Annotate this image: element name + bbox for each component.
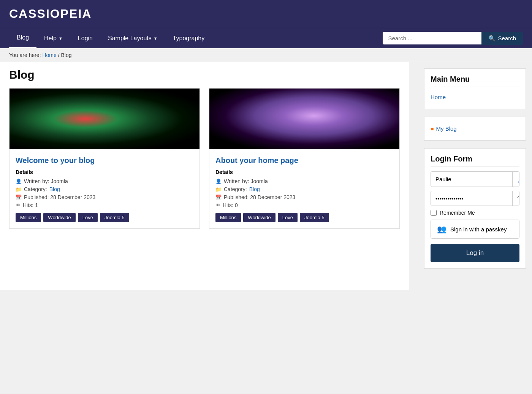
remember-me-label: Remember Me (440, 210, 475, 216)
user-field-icon: 👤 (512, 172, 519, 187)
eye-icon-2: 👁 (215, 203, 220, 208)
blog-card-body-1: Welcome to your blog Details 👤 Written b… (10, 149, 200, 228)
calendar-icon-1: 📅 (16, 195, 22, 200)
login-button[interactable]: Log in (431, 244, 519, 262)
login-form-box: Login Form 👤 👁 Remember Me 👥 Sign in wit… (424, 148, 526, 269)
meta-published-1: 📅 Published: 28 December 2023 (16, 194, 193, 200)
user-icon-2: 👤 (215, 179, 222, 184)
main-nav: Blog Help ▼ Login Sample Layouts ▼ Typog… (0, 28, 532, 48)
my-blog-box: ■ My Blog (424, 117, 526, 141)
nav-right: 🔍 Search (383, 32, 523, 45)
blog-post-title-2[interactable]: About your home page (215, 155, 393, 165)
chevron-down-icon: ▼ (59, 36, 63, 41)
meta-category-1: 📁 Category: Blog (16, 186, 193, 192)
blog-card-image-1 (10, 89, 200, 149)
tag-millions-1[interactable]: Millions (16, 213, 41, 222)
blog-card-1: Welcome to your blog Details 👤 Written b… (9, 88, 200, 229)
passkey-button[interactable]: 👥 Sign in with a passkey (431, 220, 519, 239)
meta-category-2: 📁 Category: Blog (215, 186, 393, 192)
my-blog-link[interactable]: ■ My Blog (431, 123, 519, 134)
login-form-title: Login Form (431, 155, 519, 167)
calendar-icon-2: 📅 (215, 195, 222, 200)
page-layout: Blog Welcome to your blog Details 👤 Writ… (0, 62, 532, 290)
nav-left: Blog Help ▼ Login Sample Layouts ▼ Typog… (9, 28, 212, 48)
blog-title: Blog (9, 68, 400, 81)
meta-published-2: 📅 Published: 28 December 2023 (215, 194, 393, 200)
main-menu-title: Main Menu (431, 75, 519, 87)
tag-worldwide-1[interactable]: Worldwide (43, 213, 75, 222)
username-input[interactable] (431, 172, 512, 186)
tag-worldwide-2[interactable]: Worldwide (243, 213, 275, 222)
breadcrumb: You are here: Home / Blog (0, 48, 532, 62)
blog-card-body-2: About your home page Details 👤 Written b… (209, 149, 399, 228)
search-input[interactable] (383, 32, 481, 44)
tag-millions-2[interactable]: Millions (215, 213, 241, 222)
tag-love-1[interactable]: Love (78, 213, 98, 222)
breadcrumb-home-link[interactable]: Home (42, 52, 56, 58)
password-input[interactable] (431, 191, 512, 206)
search-icon: 🔍 (488, 35, 496, 42)
tags-1: Millions Worldwide Love Joomla 5 (16, 213, 193, 222)
main-content: Blog Welcome to your blog Details 👤 Writ… (0, 62, 409, 290)
site-title: CASSIOPEIA (9, 7, 92, 21)
category-link-2[interactable]: Blog (249, 186, 260, 192)
blog-card-2: About your home page Details 👤 Written b… (209, 88, 400, 229)
sidebar-home-link[interactable]: Home (431, 92, 519, 103)
folder-icon-1: 📁 (16, 187, 22, 192)
details-label-1: Details (16, 169, 193, 175)
username-group: 👤 (431, 171, 519, 187)
eye-toggle-icon[interactable]: 👁 (512, 191, 519, 206)
passkey-icon: 👥 (437, 225, 446, 234)
nav-item-sample-layouts[interactable]: Sample Layouts ▼ (100, 29, 165, 48)
blog-grid: Welcome to your blog Details 👤 Written b… (9, 88, 400, 229)
remember-me-group: Remember Me (431, 210, 519, 216)
nav-item-typography[interactable]: Typography (165, 29, 212, 48)
meta-author-2: 👤 Written by: Joomla (215, 178, 393, 184)
sidebar: Main Menu Home ■ My Blog Login Form 👤 👁 (418, 62, 532, 290)
chevron-down-icon-2: ▼ (154, 36, 158, 41)
details-label-2: Details (215, 169, 393, 175)
meta-author-1: 👤 Written by: Joomla (16, 178, 193, 184)
category-link-1[interactable]: Blog (49, 186, 60, 192)
tag-love-2[interactable]: Love (278, 213, 298, 222)
eye-icon-1: 👁 (16, 203, 21, 208)
search-button[interactable]: 🔍 Search (481, 32, 523, 45)
password-group: 👁 (431, 191, 519, 206)
tag-joomla5-2[interactable]: Joomla 5 (300, 213, 329, 222)
tags-2: Millions Worldwide Love Joomla 5 (215, 213, 393, 222)
tag-joomla5-1[interactable]: Joomla 5 (100, 213, 129, 222)
meta-hits-1: 👁 Hits: 1 (16, 202, 193, 208)
nav-item-login[interactable]: Login (70, 29, 100, 48)
blog-post-title-1[interactable]: Welcome to your blog (16, 155, 193, 165)
folder-icon-2: 📁 (215, 187, 222, 192)
meta-hits-2: 👁 Hits: 0 (215, 202, 393, 208)
rss-icon: ■ (431, 126, 434, 132)
nav-item-help[interactable]: Help ▼ (36, 29, 70, 48)
remember-me-checkbox[interactable] (431, 210, 437, 216)
main-menu-box: Main Menu Home (424, 68, 526, 109)
user-icon-1: 👤 (16, 179, 22, 184)
blog-card-image-2 (209, 89, 399, 149)
nav-item-blog[interactable]: Blog (9, 28, 36, 48)
